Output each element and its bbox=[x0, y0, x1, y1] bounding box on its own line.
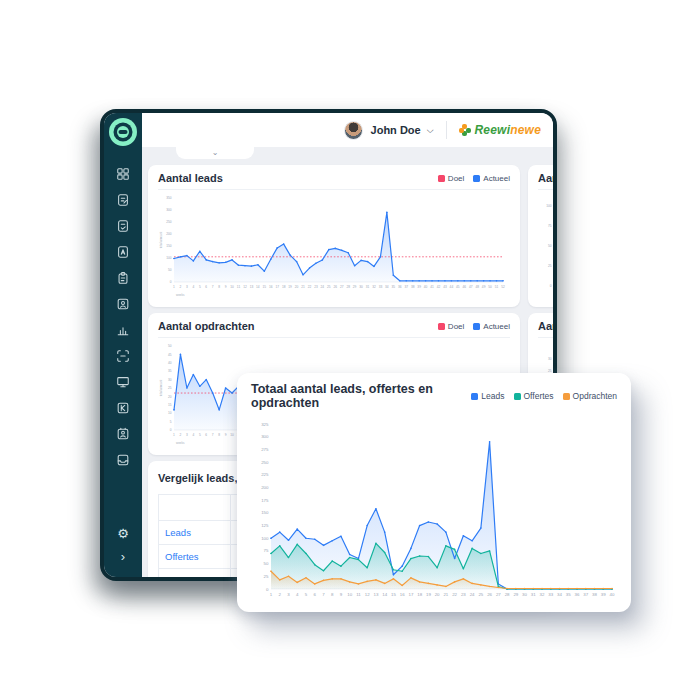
chart-legend: LeadsOffertesOpdrachten bbox=[471, 391, 617, 401]
svg-text:250: 250 bbox=[261, 460, 269, 465]
svg-text:35: 35 bbox=[566, 592, 571, 597]
sidebar-nav bbox=[116, 166, 131, 467]
svg-text:50: 50 bbox=[264, 561, 269, 566]
svg-text:40: 40 bbox=[168, 361, 172, 365]
svg-text:3: 3 bbox=[186, 285, 188, 289]
chart-legend: DoelActueel bbox=[438, 322, 510, 331]
sidebar: ⚙ › bbox=[104, 113, 142, 577]
expand-chevron-icon[interactable]: › bbox=[121, 550, 125, 563]
sidebar-item-dashboard-grid-icon[interactable] bbox=[116, 166, 131, 181]
sidebar-item-contact-card-icon[interactable] bbox=[116, 426, 131, 441]
svg-text:39: 39 bbox=[417, 285, 421, 289]
svg-text:25: 25 bbox=[478, 592, 483, 597]
svg-text:24: 24 bbox=[470, 592, 475, 597]
svg-text:1: 1 bbox=[270, 592, 273, 597]
svg-text:10: 10 bbox=[230, 285, 234, 289]
svg-text:25: 25 bbox=[327, 285, 331, 289]
svg-text:0: 0 bbox=[170, 428, 172, 432]
svg-text:51: 51 bbox=[495, 285, 499, 289]
svg-text:100: 100 bbox=[546, 204, 552, 208]
svg-text:20: 20 bbox=[295, 285, 299, 289]
svg-text:75: 75 bbox=[264, 548, 269, 553]
svg-text:32: 32 bbox=[540, 592, 545, 597]
svg-text:350: 350 bbox=[166, 196, 172, 200]
svg-text:100: 100 bbox=[166, 256, 172, 260]
sidebar-item-bar-chart-icon[interactable] bbox=[116, 322, 131, 337]
chevron-down-icon[interactable]: ⌵ bbox=[427, 125, 434, 136]
svg-text:16: 16 bbox=[400, 592, 405, 597]
svg-text:175: 175 bbox=[261, 498, 269, 503]
svg-text:0: 0 bbox=[550, 284, 552, 288]
svg-text:11: 11 bbox=[356, 592, 361, 597]
svg-text:22: 22 bbox=[308, 285, 312, 289]
svg-text:32: 32 bbox=[372, 285, 376, 289]
svg-text:75: 75 bbox=[548, 224, 552, 228]
table-row-link-offertes[interactable]: Offertes bbox=[159, 545, 231, 569]
card-aantal-leads: Aantal leads DoelActueel 050100150200250… bbox=[148, 165, 520, 307]
svg-text:13: 13 bbox=[373, 592, 378, 597]
svg-text:36: 36 bbox=[575, 592, 580, 597]
svg-text:52: 52 bbox=[501, 285, 505, 289]
svg-text:0: 0 bbox=[170, 280, 172, 284]
totaal-overlay-card: Totaal aantal leads, offertes en opdrach… bbox=[237, 373, 631, 612]
svg-text:6: 6 bbox=[313, 592, 316, 597]
svg-text:6: 6 bbox=[205, 285, 207, 289]
svg-text:6: 6 bbox=[205, 433, 207, 437]
svg-text:22: 22 bbox=[452, 592, 457, 597]
page: ⚙ › John Doe ⌵ Reewinewe ⌄ bbox=[0, 0, 700, 700]
svg-text:17: 17 bbox=[275, 285, 279, 289]
sidebar-item-file-check-icon[interactable] bbox=[116, 218, 131, 233]
svg-text:12: 12 bbox=[365, 592, 370, 597]
sidebar-item-file-search-icon[interactable] bbox=[116, 244, 131, 259]
app-logo-icon[interactable] bbox=[109, 118, 137, 146]
sidebar-item-scan-icon[interactable] bbox=[116, 348, 131, 363]
svg-text:17: 17 bbox=[408, 592, 413, 597]
svg-text:25: 25 bbox=[548, 264, 552, 268]
card-title: Aantal leads bbox=[158, 172, 223, 184]
sidebar-item-monitor-icon[interactable] bbox=[116, 374, 131, 389]
table-row-link-leads[interactable]: Leads bbox=[159, 521, 231, 545]
table-row-link-opdrachten[interactable]: Opdrachten bbox=[159, 569, 231, 582]
svg-text:31: 31 bbox=[531, 592, 536, 597]
svg-text:15: 15 bbox=[168, 403, 172, 407]
totaal-chart: 0255075100125150175200225250275300325123… bbox=[251, 414, 617, 600]
svg-text:10: 10 bbox=[230, 433, 234, 437]
sidebar-item-kanban-card-icon[interactable] bbox=[116, 400, 131, 415]
svg-text:30: 30 bbox=[359, 285, 363, 289]
svg-text:40: 40 bbox=[424, 285, 428, 289]
svg-text:30: 30 bbox=[168, 378, 172, 382]
svg-text:28: 28 bbox=[505, 592, 510, 597]
collapse-panel-tab[interactable]: ⌄ bbox=[176, 147, 254, 159]
svg-text:34: 34 bbox=[557, 592, 562, 597]
topbar-divider bbox=[446, 121, 447, 139]
table-corner-cell bbox=[159, 495, 231, 521]
svg-text:21: 21 bbox=[443, 592, 448, 597]
svg-text:30: 30 bbox=[522, 592, 527, 597]
sidebar-item-file-edit-icon[interactable] bbox=[116, 192, 131, 207]
svg-text:2: 2 bbox=[279, 592, 282, 597]
gear-icon[interactable]: ⚙ bbox=[117, 527, 129, 540]
brand-logo: Reewinewe bbox=[459, 123, 542, 137]
chart-legend: DoelActueel bbox=[438, 174, 510, 183]
sidebar-item-clipboard-icon[interactable] bbox=[116, 270, 131, 285]
svg-text:37: 37 bbox=[404, 285, 408, 289]
svg-text:25: 25 bbox=[264, 574, 269, 579]
svg-text:19: 19 bbox=[288, 285, 292, 289]
svg-text:40: 40 bbox=[610, 592, 615, 597]
svg-text:275: 275 bbox=[261, 447, 269, 452]
svg-text:29: 29 bbox=[353, 285, 357, 289]
svg-text:45: 45 bbox=[456, 285, 460, 289]
user-name[interactable]: John Doe bbox=[371, 124, 421, 136]
legend-item-doel: Doel bbox=[438, 322, 464, 331]
svg-text:20: 20 bbox=[168, 395, 172, 399]
overlay-title: Totaal aantal leads, offertes en opdrach… bbox=[251, 382, 471, 410]
svg-text:15: 15 bbox=[263, 285, 267, 289]
sidebar-item-inbox-icon[interactable] bbox=[116, 452, 131, 467]
user-avatar[interactable] bbox=[344, 121, 363, 140]
sidebar-item-user-square-icon[interactable] bbox=[116, 296, 131, 311]
card-right-top: Aantal 025507510012345678910111213141516… bbox=[528, 165, 557, 307]
svg-text:10: 10 bbox=[168, 411, 172, 415]
svg-text:38: 38 bbox=[411, 285, 415, 289]
svg-text:26: 26 bbox=[487, 592, 492, 597]
svg-text:26: 26 bbox=[334, 285, 338, 289]
